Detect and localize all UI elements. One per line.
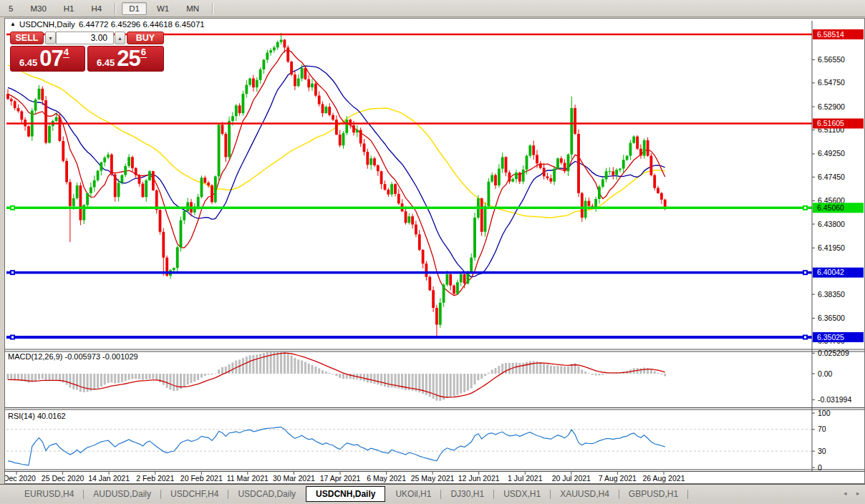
chart-ohlc-values: 6.44772 6.45296 6.44618 6.45071 [79, 20, 205, 29]
tab-audusd-daily[interactable]: AUDUSD,Daily [84, 486, 160, 502]
buy-price-prefix: 6.45 [97, 57, 115, 69]
buy-button[interactable]: BUY [127, 32, 164, 44]
rsi-indicator-label: RSI(14) 40.0162 [8, 412, 66, 420]
volume-decrease-button[interactable]: ▼ [45, 32, 56, 44]
rsi-plot [6, 427, 812, 465]
tab-usdcnh-daily[interactable]: USDCNH,Daily [306, 486, 385, 502]
svg-text:6.51605: 6.51605 [817, 119, 844, 127]
chart-title: ▲ USDCNH,Daily 6.44772 6.45296 6.44618 6… [10, 19, 205, 29]
timeframe-button-w1[interactable]: W1 [150, 2, 176, 15]
svg-text:6.47450: 6.47450 [818, 173, 845, 181]
svg-text:6.49250: 6.49250 [818, 149, 845, 158]
timeframe-button-h4[interactable]: H4 [84, 2, 109, 15]
date-axis: 7 Dec 202025 Dec 202014 Jan 20212 Feb 20… [5, 472, 685, 483]
svg-text:6.40042: 6.40042 [817, 268, 844, 276]
svg-text:0: 0 [818, 463, 822, 472]
svg-text:6.35025: 6.35025 [817, 333, 844, 341]
tab-gbpusd-h1[interactable]: GBPUSD,H1 [620, 486, 687, 502]
svg-text:7 Dec 2020: 7 Dec 2020 [5, 474, 36, 483]
tab-usdcad-daily[interactable]: USDCAD,Daily [229, 486, 304, 502]
tab-scroll-right-icon[interactable]: ▸ [856, 490, 860, 497]
svg-text:6.36500: 6.36500 [818, 314, 845, 322]
price-axis: 6.565506.547506.529006.511006.492506.474… [812, 55, 845, 346]
svg-text:26 Aug 2021: 26 Aug 2021 [643, 474, 685, 483]
tab-separator [83, 490, 84, 499]
svg-text:6.43800: 6.43800 [818, 220, 845, 228]
tab-separator [440, 490, 441, 499]
sell-price-point: 4 [63, 48, 69, 58]
chart-tab-bar: EURUSD,H4AUDUSD,DailyUSDCHF,H4USDCAD,Dai… [0, 484, 865, 503]
rsi-axis: 10070300 [812, 409, 831, 472]
sell-price-prefix: 6.45 [19, 57, 37, 69]
timeframe-button-h1[interactable]: H1 [57, 2, 82, 15]
svg-text:25 May 2021: 25 May 2021 [411, 474, 455, 483]
buy-price-panel[interactable]: 6.45 25 6 [87, 46, 164, 72]
sell-button[interactable]: SELL [10, 32, 44, 44]
tab-separator [687, 490, 688, 499]
sell-price-panel[interactable]: 6.45 07 4 [10, 46, 85, 72]
panel-borders [5, 21, 864, 472]
toolbar-separator [212, 3, 213, 14]
tab-eurusd-h4[interactable]: EURUSD,H4 [16, 486, 82, 502]
tab-separator [493, 490, 494, 499]
tab-ukoil-h1[interactable]: UKOil,H1 [387, 486, 440, 502]
macd-indicator-label: MACD(12,26,9) -0.005973 -0.001029 [8, 352, 138, 361]
svg-text:70: 70 [818, 425, 826, 433]
horizontal-line-objects[interactable] [6, 34, 812, 340]
svg-text:7 Aug 2021: 7 Aug 2021 [599, 474, 637, 483]
svg-text:6.52900: 6.52900 [818, 102, 845, 111]
collapse-triangle-icon[interactable]: ▲ [10, 21, 16, 27]
buy-price-big: 25 [117, 48, 140, 69]
svg-text:6.38350: 6.38350 [818, 290, 845, 299]
timeframe-button-d1[interactable]: D1 [122, 2, 147, 15]
candles [6, 33, 667, 337]
trading-platform-window: { "toolbar": { "group1": ["5","M30","H1"… [0, 0, 865, 504]
svg-text:20 Feb 2021: 20 Feb 2021 [180, 474, 223, 483]
svg-text:30: 30 [818, 447, 826, 455]
tab-usdx-h1[interactable]: USDX,H1 [495, 486, 549, 502]
toolbar-separator [115, 3, 116, 14]
tab-separator [550, 490, 551, 499]
macd-axis: 0.0252090.00-0.031994 [812, 349, 851, 404]
volume-increase-button[interactable]: ▲ [115, 32, 125, 44]
svg-text:6.41950: 6.41950 [818, 243, 845, 252]
svg-text:-0.031994: -0.031994 [818, 395, 851, 404]
chevron-down-icon: ▼ [48, 36, 53, 41]
svg-text:12 Jun 2021: 12 Jun 2021 [458, 474, 500, 483]
tab-scroll-left-icon[interactable]: ◂ [844, 490, 847, 497]
moving-averages [8, 50, 665, 296]
svg-text:0.025209: 0.025209 [818, 349, 849, 357]
rsi-line [8, 427, 665, 465]
ma-slow-line [8, 65, 665, 218]
tab-separator [619, 490, 619, 499]
svg-text:2 Feb 2021: 2 Feb 2021 [136, 474, 174, 483]
svg-text:17 Apr 2021: 17 Apr 2021 [320, 474, 361, 483]
buy-price-point: 6 [140, 48, 147, 58]
svg-text:100: 100 [818, 409, 831, 417]
svg-text:6.58514: 6.58514 [817, 30, 844, 39]
sell-price-big: 07 [39, 48, 62, 69]
ma-fast-line [8, 50, 665, 296]
svg-text:11 Mar 2021: 11 Mar 2021 [227, 474, 269, 483]
svg-text:30 Mar 2021: 30 Mar 2021 [273, 474, 315, 483]
price-chart-canvas[interactable]: 6.565506.547506.529006.511006.492506.474… [5, 19, 864, 483]
svg-text:6.45060: 6.45060 [817, 203, 844, 212]
svg-text:6 May 2021: 6 May 2021 [367, 474, 406, 483]
tab-separator [228, 490, 228, 499]
svg-text:14 Jan 2021: 14 Jan 2021 [88, 474, 130, 483]
volume-input[interactable] [56, 32, 114, 44]
timeframe-button-mn[interactable]: MN [179, 2, 206, 15]
svg-text:20 Jul 2021: 20 Jul 2021 [552, 474, 591, 483]
chart-symbol-label: USDCNH,Daily [19, 20, 75, 29]
tab-usdchf-h4[interactable]: USDCHF,H4 [162, 486, 227, 502]
timeframe-button-5[interactable]: 5 [1, 2, 20, 15]
tab-separator [160, 490, 161, 499]
chart-window[interactable]: 6.565506.547506.529006.511006.492506.474… [4, 18, 865, 484]
one-click-trading-panel: SELL ▼ ▲ BUY 6.45 07 4 6.45 25 6 [10, 32, 164, 72]
chevron-up-icon: ▲ [117, 36, 122, 41]
tab-xauusd-h4[interactable]: XAUUSD,H4 [551, 486, 618, 502]
timeframe-toolbar: 5M30H1H4 D1W1MN [0, 0, 865, 17]
timeframe-button-m30[interactable]: M30 [23, 2, 53, 15]
svg-text:25 Dec 2020: 25 Dec 2020 [42, 474, 84, 483]
tab-dj30-h1[interactable]: DJ30,H1 [442, 486, 493, 502]
